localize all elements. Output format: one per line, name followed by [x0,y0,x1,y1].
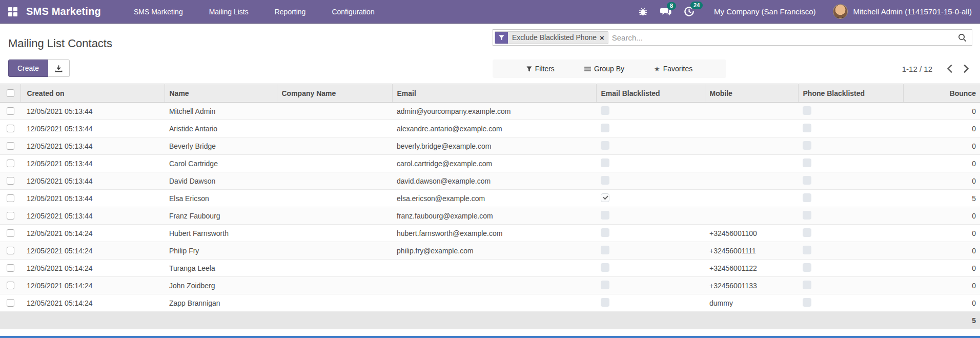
table-row[interactable]: 12/05/2021 05:13:44 Aristide Antario ale… [0,120,980,137]
table-row[interactable]: 12/05/2021 05:14:24 Turanga Leela +32456… [0,260,980,277]
row-select-checkbox[interactable] [7,125,14,132]
apps-menu-icon[interactable] [8,7,17,16]
table-row[interactable]: 12/05/2021 05:14:24 Philip Fry philip.fr… [0,242,980,260]
table-row[interactable]: 12/05/2021 05:14:24 John Zoidberg +32456… [0,277,980,294]
row-select-checkbox[interactable] [7,229,14,237]
pager-previous-button[interactable] [944,63,955,75]
column-company-name[interactable]: Company Name [277,84,392,103]
row-select-checkbox[interactable] [7,160,14,167]
user-avatar[interactable] [833,4,848,19]
email-blacklisted-checkbox [601,263,609,272]
column-created-on[interactable]: Created on [21,84,165,103]
column-bounce[interactable]: Bounce [903,84,980,103]
cell-created-on: 12/05/2021 05:13:44 [21,120,165,137]
column-email-blacklisted[interactable]: Email Blacklisted [596,84,705,103]
cell-mobile [705,137,798,155]
messages-count-badge[interactable]: 8 [667,2,676,10]
cell-company-name [277,103,392,120]
export-button[interactable] [48,59,70,77]
activities-clock-icon[interactable]: 24 [684,6,695,17]
email-blacklisted-checkbox [601,176,609,185]
cell-bounce: 0 [903,137,980,155]
activities-count-badge[interactable]: 24 [690,2,703,9]
pager-next-button[interactable] [961,63,972,75]
facet-remove-button[interactable]: × [600,32,608,44]
table-row[interactable]: 12/05/2021 05:13:44 David Dawson david.d… [0,172,980,190]
cell-created-on: 12/05/2021 05:14:24 [21,242,165,260]
chevron-left-icon [947,65,952,73]
select-all-checkbox[interactable] [7,89,14,97]
cell-created-on: 12/05/2021 05:14:24 [21,277,165,294]
column-phone-blacklisted[interactable]: Phone Blacklisted [798,84,903,103]
group-by-button[interactable]: Group By [581,64,627,73]
menu-configuration[interactable]: Configuration [331,1,375,23]
search-input[interactable]: Search... [612,33,958,42]
phone-blacklisted-checkbox [803,263,811,272]
row-select-checkbox[interactable] [7,142,14,150]
row-select-checkbox[interactable] [7,177,14,185]
row-select-checkbox[interactable] [7,107,14,115]
table-row[interactable]: 12/05/2021 05:13:44 Mitchell Admin admin… [0,103,980,120]
cell-mobile [705,120,798,137]
row-select-checkbox[interactable] [7,282,14,289]
filters-button[interactable]: Filters [523,64,558,73]
search-icon [958,33,967,42]
cell-name: Carol Cartridge [165,155,277,172]
company-switcher[interactable]: My Company (San Francisco) [714,7,815,16]
cell-bounce: 0 [903,225,980,242]
search-submit-button[interactable] [958,33,967,42]
column-mobile[interactable]: Mobile [705,84,798,103]
menu-mailing-lists[interactable]: Mailing Lists [208,1,250,23]
cell-bounce: 0 [903,172,980,190]
cell-bounce: 0 [903,120,980,137]
window-bottom-edge [0,336,980,338]
table-row[interactable]: 12/05/2021 05:13:44 Carol Cartridge caro… [0,155,980,172]
messages-icon[interactable]: 8 [660,7,671,16]
phone-blacklisted-checkbox [803,124,811,132]
favorites-button[interactable]: ★ Favorites [651,64,696,73]
row-select-checkbox[interactable] [7,247,14,254]
phone-blacklisted-checkbox [803,193,811,202]
cell-name: Hubert Farnsworth [165,225,277,242]
cell-company-name [277,242,392,260]
table-row[interactable]: 12/05/2021 05:13:44 Beverly Bridge bever… [0,137,980,155]
search-bar[interactable]: Exclude Blacklisted Phone × Search... [493,29,972,46]
menu-reporting[interactable]: Reporting [274,1,307,23]
search-options-bar: Filters Group By ★ Favorites [493,59,726,78]
cell-email: franz.faubourg@example.com [392,207,596,225]
cell-email: beverly.bridge@example.com [392,137,596,155]
phone-blacklisted-checkbox [803,228,811,237]
column-email[interactable]: Email [392,84,596,103]
app-brand[interactable]: SMS Marketing [26,6,101,17]
row-select-checkbox[interactable] [7,194,14,202]
cell-email: alexandre.antario@example.com [392,120,596,137]
row-select-checkbox[interactable] [7,264,14,272]
systray: 8 24 My Company (San Francisco) Mitchell… [638,4,972,19]
chevron-right-icon [964,65,969,73]
row-select-checkbox[interactable] [7,212,14,220]
phone-blacklisted-checkbox [803,246,811,254]
cell-created-on: 12/05/2021 05:14:24 [21,294,165,312]
user-menu[interactable]: Mitchell Admin (11415701-15-0-all) [853,7,972,16]
column-name[interactable]: Name [165,84,277,103]
cell-bounce: 0 [903,294,980,312]
create-button[interactable]: Create [8,59,48,77]
cell-bounce: 0 [903,277,980,294]
email-blacklisted-checkbox [601,281,609,289]
cell-name: Franz Faubourg [165,207,277,225]
cell-mobile [705,103,798,120]
cell-company-name [277,172,392,190]
cell-email: carol.cartridge@example.com [392,155,596,172]
debug-bug-icon[interactable] [638,7,648,16]
phone-blacklisted-checkbox [803,176,811,185]
cell-name: Aristide Antario [165,120,277,137]
cell-company-name [277,207,392,225]
cell-created-on: 12/05/2021 05:13:44 [21,207,165,225]
download-icon [55,65,63,72]
table-row[interactable]: 12/05/2021 05:13:44 Franz Faubourg franz… [0,207,980,225]
table-row[interactable]: 12/05/2021 05:13:44 Elsa Ericson elsa.er… [0,190,980,207]
table-row[interactable]: 12/05/2021 05:14:24 Hubert Farnsworth hu… [0,225,980,242]
row-select-checkbox[interactable] [7,299,14,307]
menu-sms-marketing[interactable]: SMS Marketing [133,1,184,23]
table-row[interactable]: 12/05/2021 05:14:24 Zapp Brannigan dummy… [0,294,980,312]
